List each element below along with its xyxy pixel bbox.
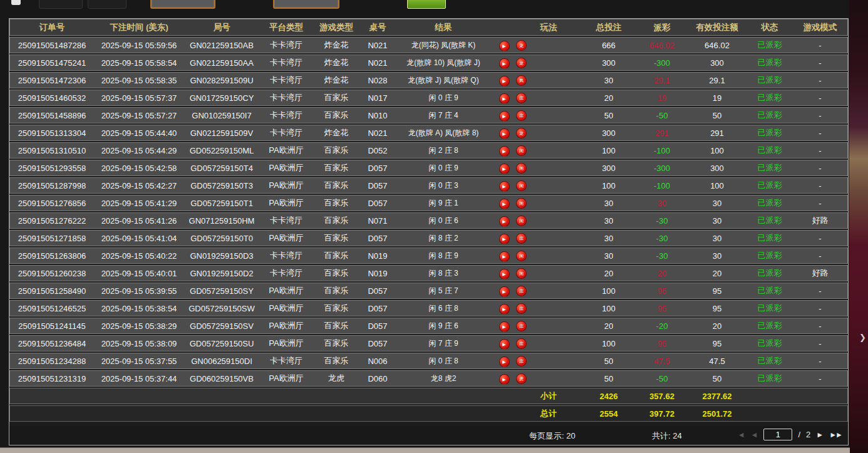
- total-label: 总计: [517, 408, 581, 419]
- platform-type: 卡卡湾厅: [260, 92, 313, 103]
- play-button-cell: ▶: [492, 251, 517, 261]
- platform-type: PA欧洲厅: [260, 338, 313, 349]
- payout-amount: 20: [637, 269, 687, 278]
- bet-time: 2025-09-15 05:37:44: [95, 374, 183, 383]
- total-value: 2377.62: [687, 392, 747, 401]
- play-video-icon[interactable]: ▶: [500, 164, 509, 174]
- round-id: GD057259150SU: [183, 339, 260, 348]
- last-page-button[interactable]: ►►: [829, 430, 842, 439]
- play-video-icon[interactable]: ▶: [500, 129, 509, 138]
- table-row: 2509150512762222025-09-15 05:41:26GN0712…: [9, 212, 848, 229]
- table-number: D057: [360, 199, 395, 208]
- play-video-icon[interactable]: ▶: [500, 305, 509, 314]
- result-text: 闲 8 庄 9: [395, 251, 492, 261]
- play-video-icon[interactable]: ▶: [500, 269, 509, 279]
- valid-bet: 30: [687, 234, 747, 243]
- toolbar-button-1[interactable]: [39, 0, 83, 9]
- game-mode: -: [792, 146, 848, 155]
- round-id: GN019259150D3: [183, 251, 260, 261]
- platform-type: PA欧洲厅: [260, 285, 313, 296]
- play-video-icon[interactable]: ▶: [500, 59, 509, 68]
- play-video-icon[interactable]: ▶: [500, 147, 509, 156]
- table-number: D057: [360, 286, 395, 296]
- game-type: 百家乐: [313, 162, 360, 174]
- table-body: 2509150514872862025-09-15 05:59:56GN0212…: [9, 37, 848, 423]
- total-bet: 30: [581, 199, 637, 208]
- first-page-button[interactable]: ◄: [738, 430, 745, 439]
- valid-bet: 19: [687, 93, 747, 103]
- payout-amount: 29.1: [637, 76, 687, 85]
- next-page-button[interactable]: ►: [816, 430, 824, 439]
- total-bet: 50: [581, 111, 637, 120]
- play-video-icon[interactable]: ▶: [500, 340, 509, 349]
- toolbar-search-button[interactable]: [407, 0, 446, 9]
- platform-type: 卡卡湾厅: [260, 355, 313, 367]
- total-bet: 30: [581, 234, 637, 243]
- table-number: N021: [360, 58, 395, 68]
- table-row: 2509150512465252025-09-15 05:38:54GD0572…: [9, 300, 848, 316]
- payout-amount: -20: [637, 321, 687, 331]
- play-video-icon[interactable]: ▶: [500, 182, 509, 191]
- toolbar-select-1[interactable]: [150, 0, 215, 9]
- play-video-icon[interactable]: ▶: [500, 252, 509, 261]
- bet-option: 闲: [517, 251, 526, 261]
- play-video-icon[interactable]: ▶: [500, 217, 509, 226]
- total-bet: 100: [581, 339, 637, 348]
- game-type: 炸金花: [313, 39, 360, 51]
- platform-type: PA欧洲厅: [260, 145, 313, 156]
- subtotal-row: 小计2426357.622377.62: [9, 388, 848, 404]
- total-bet: 100: [581, 286, 637, 296]
- page-input[interactable]: [763, 429, 792, 440]
- platform-type: 卡卡湾厅: [260, 57, 313, 68]
- play-video-icon[interactable]: ▶: [500, 199, 509, 209]
- bet-option: 虎: [517, 374, 526, 383]
- column-header: 桌号: [360, 22, 395, 33]
- prev-page-button[interactable]: ◄: [751, 430, 758, 439]
- total-bet: 30: [581, 251, 637, 261]
- toolbar-chip[interactable]: [11, 0, 21, 5]
- platform-type: PA欧洲厅: [260, 320, 313, 331]
- table-row: 2509150512584902025-09-15 05:39:55GD0572…: [9, 283, 848, 299]
- table-row: 2509150512411452025-09-15 05:38:29GD0572…: [9, 318, 848, 334]
- valid-bet: 100: [687, 146, 747, 155]
- play-button-cell: ▶: [492, 286, 517, 296]
- play-video-icon[interactable]: ▶: [500, 234, 509, 244]
- play-video-icon[interactable]: ▶: [500, 357, 509, 367]
- payout-amount: 95: [637, 304, 687, 313]
- result-text: 龙(散牌 J) 凤(散牌 Q): [395, 75, 492, 86]
- total-bet: 666: [581, 41, 637, 50]
- payout-amount: -30: [637, 234, 687, 243]
- bet-option: 闲: [517, 164, 526, 173]
- bet-option: 庄: [517, 286, 526, 296]
- payout-amount: 646.02: [637, 41, 687, 50]
- payout-amount: 291: [637, 128, 687, 138]
- per-page-label: 每页显示: 20: [529, 430, 576, 442]
- round-id: GD052259150ML: [183, 146, 260, 155]
- table-row: 2509150512364842025-09-15 05:38:09GD0572…: [9, 335, 848, 351]
- bet-time: 2025-09-15 05:57:27: [95, 111, 183, 120]
- table-row: 2509150512602382025-09-15 05:40:01GN0192…: [9, 265, 848, 281]
- result-text: 龙(散牌 A) 凤(散牌 8): [395, 128, 492, 138]
- payout-amount: -100: [637, 146, 687, 155]
- bet-option: 庄: [517, 339, 526, 348]
- play-video-icon[interactable]: ▶: [500, 375, 509, 384]
- game-mode: -: [792, 251, 848, 261]
- play-button-cell: ▶: [492, 145, 517, 156]
- play-video-icon[interactable]: ▶: [500, 41, 509, 51]
- game-type: 百家乐: [313, 338, 360, 349]
- result-text: 闲 8 庄 3: [395, 268, 492, 279]
- play-video-icon[interactable]: ▶: [500, 94, 509, 103]
- table-number: D057: [360, 321, 395, 331]
- platform-type: 卡卡湾厅: [260, 268, 313, 279]
- bet-time: 2025-09-15 05:44:40: [95, 128, 183, 138]
- toolbar-select-2[interactable]: [273, 0, 339, 9]
- bet-option: 龙: [517, 128, 526, 138]
- chevron-right-icon[interactable]: ❯: [859, 333, 866, 342]
- toolbar-button-2[interactable]: [88, 0, 127, 9]
- play-video-icon[interactable]: ▶: [500, 76, 509, 86]
- table-row: 2509150514588962025-09-15 05:57:27GN0102…: [9, 107, 848, 123]
- play-video-icon[interactable]: ▶: [500, 112, 509, 121]
- order-id: 250915051276856: [9, 199, 95, 208]
- play-video-icon[interactable]: ▶: [500, 322, 509, 331]
- play-video-icon[interactable]: ▶: [500, 287, 509, 296]
